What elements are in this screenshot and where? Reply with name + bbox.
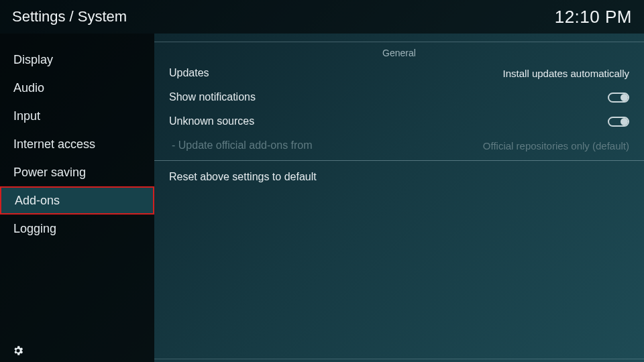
sidebar-footer[interactable]	[0, 339, 154, 362]
header: Settings / System 12:10 PM	[0, 0, 644, 34]
divider	[154, 160, 644, 161]
row-reset-defaults[interactable]: Reset above settings to default	[154, 165, 644, 189]
clock: 12:10 PM	[555, 7, 632, 27]
toggle-off-icon[interactable]	[608, 93, 629, 103]
row-updates[interactable]: Updates Install updates automatically	[154, 61, 644, 85]
section-title: General	[154, 44, 644, 61]
divider	[154, 359, 644, 359]
sidebar-item-audio[interactable]: Audio	[0, 74, 154, 102]
sidebar-item-label: Internet access	[13, 137, 95, 152]
row-unknown-sources[interactable]: Unknown sources	[154, 109, 644, 133]
sidebar-item-internet-access[interactable]: Internet access	[0, 130, 154, 158]
toggle-off-icon[interactable]	[608, 117, 629, 127]
gear-icon	[12, 345, 24, 357]
sidebar-item-power-saving[interactable]: Power saving	[0, 158, 154, 186]
row-label: Reset above settings to default	[169, 171, 317, 183]
sidebar-item-logging[interactable]: Logging	[0, 215, 154, 243]
content-panel: General Updates Install updates automati…	[154, 34, 644, 362]
row-label: Show notifications	[169, 91, 256, 103]
sidebar-item-label: Logging	[13, 222, 56, 236]
sidebar-item-label: Display	[13, 53, 53, 67]
sidebar-item-add-ons[interactable]: Add-ons	[0, 186, 154, 215]
sidebar-item-label: Audio	[13, 81, 44, 95]
row-show-notifications[interactable]: Show notifications	[154, 85, 644, 109]
row-update-official-addons: - Update official add-ons from Official …	[154, 133, 644, 158]
sidebar-item-input[interactable]: Input	[0, 102, 154, 130]
row-value: Official repositories only (default)	[483, 140, 629, 152]
sidebar-item-label: Input	[13, 109, 40, 123]
breadcrumb: Settings / System	[12, 8, 127, 25]
sidebar-item-display[interactable]: Display	[0, 46, 154, 74]
row-label: - Update official add-ons from	[169, 139, 313, 152]
sidebar: Display Audio Input Internet access Powe…	[0, 34, 154, 362]
row-value: Install updates automatically	[503, 68, 629, 79]
row-label: Updates	[169, 67, 209, 79]
row-label: Unknown sources	[169, 115, 254, 127]
divider	[154, 42, 644, 42]
sidebar-item-label: Power saving	[13, 166, 86, 180]
sidebar-item-label: Add-ons	[15, 194, 60, 208]
